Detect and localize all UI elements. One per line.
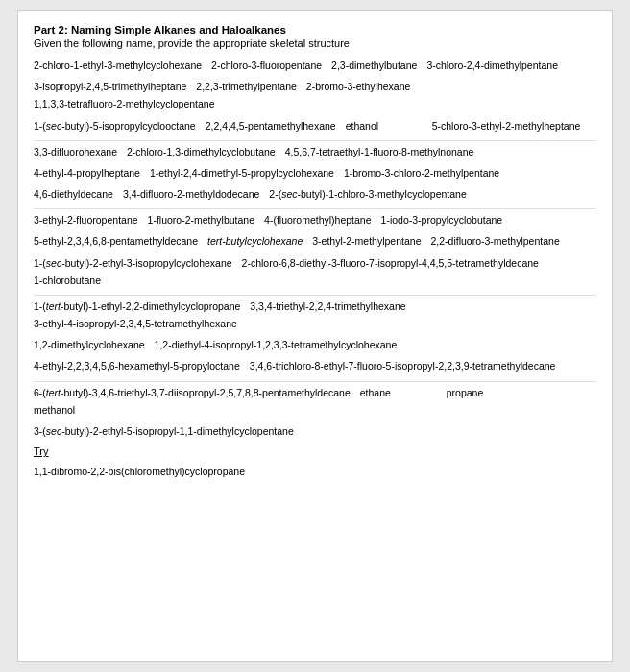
compound-name-1-2: 2-bromo-3-ethylhexane <box>306 80 411 93</box>
compound-name-2-0: 1-(sec-butyl)-5-isopropylcyclooctane <box>34 119 196 132</box>
compound-name-11-0: 4-ethyl-2,2,3,4,5,6-hexamethyl-5-propylo… <box>34 359 240 372</box>
compound-row-8: 1-(sec-butyl)-2-ethyl-3-isopropylcyclohe… <box>34 256 596 287</box>
compound-row-3: 3,3-difluorohexane2-chloro-1,3-dimethylc… <box>34 145 596 158</box>
compound-name-9-0: 1-(tert-butyl)-1-ethyl-2,2-dimethylcyclo… <box>34 300 240 313</box>
compound-name-7-0: 5-ethyl-2,3,4,6,8-pentamethyldecane <box>34 234 198 248</box>
compound-name-11-1: 3,4,6-trichloro-8-ethyl-7-fluoro-5-isopr… <box>250 359 556 372</box>
compound-name-6-3: 1-iodo-3-propylcyclobutane <box>381 213 503 227</box>
compound-name-8-2: 1-chlorobutane <box>34 274 110 287</box>
compound-name-2-1: 2,2,4,4,5-pentamethylhexane <box>206 119 336 132</box>
compound-row-5: 4,6-diethyldecane3,4-difluoro-2-methyldo… <box>34 187 596 201</box>
compound-name-7-2: 3-ethyl-2-methylpentane <box>312 234 421 248</box>
compound-row-0: 2-chloro-1-ethyl-3-methylcyclohexane2-ch… <box>34 59 596 72</box>
page-title: Part 2: Naming Simple Alkanes and Haloal… <box>34 24 596 36</box>
compound-row-11: 4-ethyl-2,2,3,4,5,6-hexamethyl-5-propylo… <box>34 359 596 372</box>
compound-row-2: 1-(sec-butyl)-5-isopropylcyclooctane2,2,… <box>34 119 596 132</box>
compound-name-4-2: 1-bromo-3-chloro-2-methylpentane <box>344 166 499 180</box>
compound-name-1-0: 3-isopropyl-2,4,5-trimethylheptane <box>34 80 186 93</box>
compound-name-4-1: 1-ethyl-2,4-dimethyl-5-propylcyclohexane <box>150 166 334 180</box>
compound-name-0-2: 2,3-dimethylbutane <box>331 59 417 72</box>
compound-name-15-0: 1,1-dibromo-2,2-bis(chloromethyl)cyclopr… <box>34 465 245 478</box>
compound-name-12-0: 6-(tert-butyl)-3,4,6-triethyl-3,7-diisop… <box>34 386 351 399</box>
compound-name-6-2: 4-(fluoromethyl)heptane <box>264 213 371 227</box>
compound-name-5-1: 3,4-difluoro-2-methyldodecane <box>123 187 259 201</box>
compound-name-4-0: 4-ethyl-4-propylheptane <box>34 166 140 180</box>
compound-name-3-2: 4,5,6,7-tetraethyl-1-fluoro-8-methylnona… <box>285 145 474 158</box>
compound-row-4: 4-ethyl-4-propylheptane1-ethyl-2,4-dimet… <box>34 166 596 180</box>
compound-name-3-0: 3,3-difluorohexane <box>34 145 117 158</box>
compound-row-14: Try <box>34 445 596 457</box>
compound-name-6-0: 3-ethyl-2-fluoropentane <box>34 213 138 227</box>
compound-name-1-1: 2,2,3-trimethylpentane <box>196 80 296 93</box>
try-link[interactable]: Try <box>34 445 48 457</box>
compound-name-5-2: 2-(sec-butyl)-1-chloro-3-methylcyclopent… <box>269 187 466 201</box>
compound-name-3-1: 2-chloro-1,3-dimethylcyclobutane <box>127 145 276 158</box>
compound-name-8-0: 1-(sec-butyl)-2-ethyl-3-isopropylcyclohe… <box>34 256 232 270</box>
compound-name-6-1: 1-fluoro-2-methylbutane <box>148 213 254 227</box>
compound-row-15: 1,1-dibromo-2,2-bis(chloromethyl)cyclopr… <box>34 465 596 478</box>
compound-name-2-3: 5-chloro-3-ethyl-2-methylheptane <box>432 119 581 132</box>
compound-row-1: 3-isopropyl-2,4,5-trimethylheptane2,2,3-… <box>34 80 596 110</box>
compound-name-12-2: propane <box>447 386 523 399</box>
page-subtitle: Given the following name, provide the ap… <box>34 37 596 49</box>
compound-row-10: 1,2-dimethylcyclohexane1,2-diethyl-4-iso… <box>34 338 596 351</box>
compound-name-9-1: 3,3,4-triethyl-2,2,4-trimethylhexane <box>250 300 405 313</box>
compound-name-10-1: 1,2-diethyl-4-isopropyl-1,2,3,3-tetramet… <box>155 338 398 351</box>
compound-name-9-2: 3-ethyl-4-isopropyl-2,3,4,5-tetramethylh… <box>34 317 237 330</box>
compound-name-13-0: 3-(sec-butyl)-2-ethyl-5-isopropyl-1,1-di… <box>34 424 294 438</box>
compound-name-1-3: 1,1,3,3-tetrafluoro-2-methylcyclopentane <box>34 97 215 110</box>
compound-row-6: 3-ethyl-2-fluoropentane1-fluoro-2-methyl… <box>34 213 596 227</box>
main-page: Part 2: Naming Simple Alkanes and Haloal… <box>17 10 613 662</box>
compound-name-0-0: 2-chloro-1-ethyl-3-methylcyclohexane <box>34 59 202 72</box>
compound-name-5-0: 4,6-diethyldecane <box>34 187 113 201</box>
compound-name-7-1: tert-butylcyclohexane <box>207 234 303 248</box>
compound-name-7-3: 2,2-difluoro-3-methylpentane <box>430 234 559 248</box>
compound-name-0-1: 2-chloro-3-fluoropentane <box>211 59 322 72</box>
compound-row-9: 1-(tert-butyl)-1-ethyl-2,2-dimethylcyclo… <box>34 300 596 330</box>
compound-row-12: 6-(tert-butyl)-3,4,6-triethyl-3,7-diisop… <box>34 386 596 417</box>
compound-name-12-3: methanol <box>34 403 110 417</box>
compound-name-2-2: ethanol <box>346 119 423 132</box>
compound-row-13: 3-(sec-butyl)-2-ethyl-5-isopropyl-1,1-di… <box>34 424 596 438</box>
compound-name-0-3: 3-chloro-2,4-dimethylpentane <box>426 59 558 72</box>
compound-row-7: 5-ethyl-2,3,4,6,8-pentamethyldecanetert-… <box>34 234 596 248</box>
compound-name-10-0: 1,2-dimethylcyclohexane <box>34 338 145 351</box>
compound-name-8-1: 2-chloro-6,8-diethyl-3-fluoro-7-isopropy… <box>242 256 539 270</box>
compound-name-12-1: ethane <box>360 386 437 399</box>
